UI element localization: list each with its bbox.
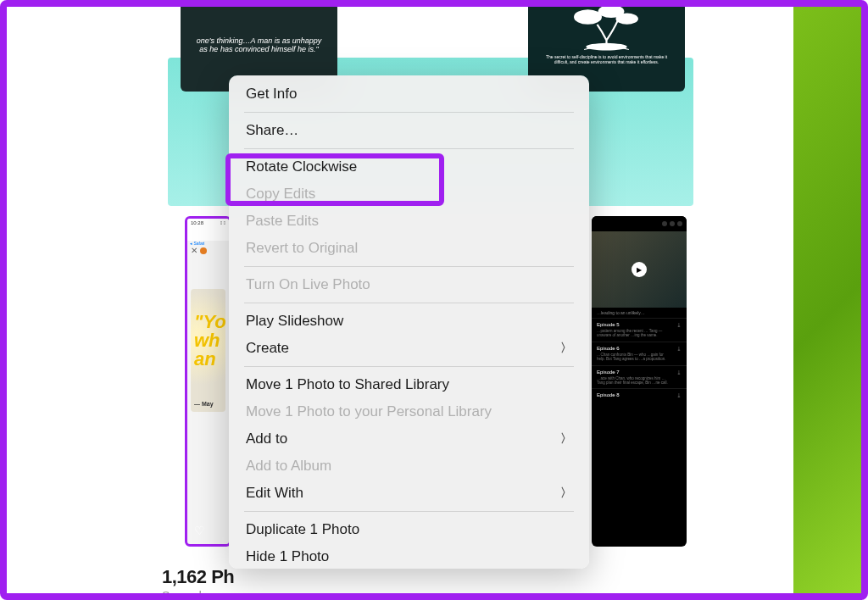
quote-card: "Yo wh an — May (191, 289, 225, 412)
download-icon[interactable]: ⤓ (676, 369, 682, 376)
series-tagline: …leading to an unlikely… (592, 308, 687, 318)
menu-revert[interactable]: Revert to Original (229, 235, 589, 262)
close-icon[interactable]: ✕ (191, 246, 198, 255)
avatar (200, 247, 207, 254)
photos-app-window: one's thinking…A man is as unhappy as he… (7, 7, 787, 593)
menu-rotate-clockwise[interactable]: Rotate Clockwise (229, 153, 589, 181)
menu-edit-with[interactable]: Edit With〉 (229, 480, 589, 507)
svg-point-0 (574, 9, 602, 25)
download-icon[interactable]: ⤓ (676, 392, 682, 399)
menu-play-slideshow[interactable]: Play Slideshow (229, 308, 589, 335)
menu-separator (244, 266, 574, 267)
menu-separator (244, 148, 574, 149)
play-icon[interactable]: ▶ (632, 262, 647, 277)
screenshot-viewport: one's thinking…A man is as unhappy as he… (0, 0, 868, 600)
video-hero: ▶ (592, 231, 687, 308)
menu-separator (244, 366, 574, 367)
desktop-wallpaper (793, 7, 868, 593)
menu-live-photo[interactable]: Turn On Live Photo (229, 271, 589, 298)
quote-text: one's thinking…A man is as unhappy as he… (192, 36, 326, 53)
chevron-right-icon: 〉 (560, 341, 572, 356)
menu-separator (244, 303, 574, 303)
list-item[interactable]: Episode 6 …Chan confronts Bin — who …gai… (592, 342, 687, 365)
caption-text: The secret to self-discipline is to avoi… (528, 54, 685, 64)
menu-add-to[interactable]: Add to〉 (229, 425, 589, 453)
author-text: — May (194, 401, 214, 407)
svg-point-2 (616, 14, 638, 25)
chevron-right-icon: 〉 (560, 486, 572, 501)
action-icon (662, 221, 667, 226)
header-row: ✕ (187, 246, 229, 255)
menu-get-info[interactable]: Get Info (229, 81, 589, 108)
menu-create[interactable]: Create〉 (229, 335, 589, 362)
sync-status-label: Synced w (162, 589, 214, 600)
list-item[interactable]: Episode 8 ⤓ (592, 388, 687, 403)
quote-text: "Yo wh an (194, 313, 225, 369)
app-header (592, 216, 687, 231)
context-menu: Get Info Share… Rotate Clockwise Copy Ed… (229, 75, 589, 569)
menu-move-shared[interactable]: Move 1 Photo to Shared Library (229, 371, 589, 398)
list-item[interactable]: Episode 5 …pattern among the recent … Ta… (592, 318, 687, 342)
heart-icon[interactable]: ♡ (194, 524, 205, 537)
chevron-right-icon: 〉 (560, 431, 572, 447)
photo-count-label: 1,162 Ph (162, 566, 234, 588)
menu-separator (244, 112, 574, 113)
photo-thumbnail[interactable]: ▶ …leading to an unlikely… Episode 5 …pa… (592, 216, 687, 547)
download-icon[interactable]: ⤓ (676, 346, 682, 353)
list-item[interactable]: Episode 7 …ace with Chan, who recognizes… (592, 365, 687, 389)
menu-move-personal[interactable]: Move 1 Photo to your Personal Library (229, 398, 589, 425)
menu-separator (244, 511, 574, 512)
menu-copy-edits[interactable]: Copy Edits (229, 181, 589, 208)
bonsai-icon (528, 0, 685, 54)
menu-add-album[interactable]: Add to Album (229, 453, 589, 480)
screenshot-statusbar: 10:28 􀙇 􀛨 (187, 219, 229, 241)
download-icon[interactable]: ⤓ (676, 322, 682, 329)
menu-duplicate[interactable]: Duplicate 1 Photo (229, 516, 589, 543)
close-icon (677, 221, 682, 226)
photo-thumbnail-selected[interactable]: 10:28 􀙇 􀛨 ◂ Safari ✕ "Yo wh an — May ♡ (185, 216, 231, 547)
menu-paste-edits[interactable]: Paste Edits (229, 208, 589, 235)
menu-hide[interactable]: Hide 1 Photo (229, 543, 589, 565)
menu-share[interactable]: Share… (229, 117, 589, 144)
cast-icon (670, 221, 675, 226)
